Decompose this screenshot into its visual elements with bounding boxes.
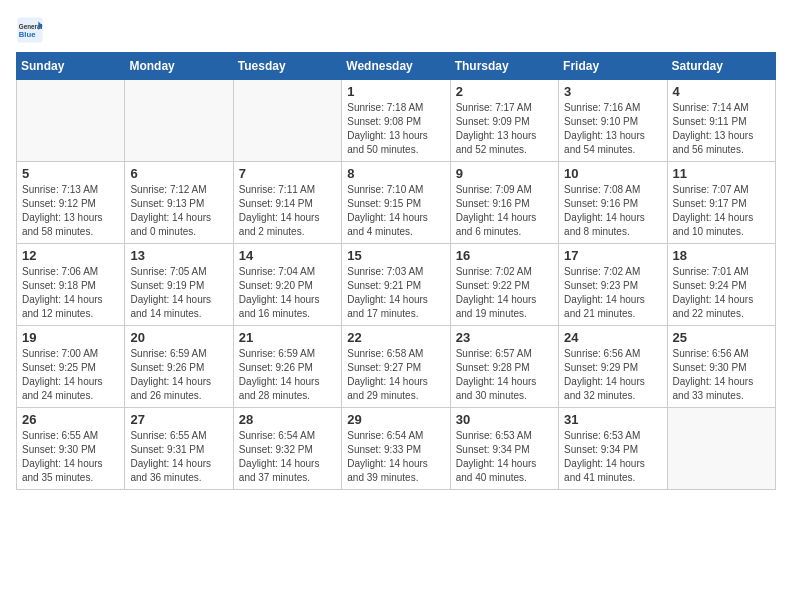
calendar-cell [667,408,775,490]
calendar-cell: 20Sunrise: 6:59 AMSunset: 9:26 PMDayligh… [125,326,233,408]
calendar-cell: 9Sunrise: 7:09 AMSunset: 9:16 PMDaylight… [450,162,558,244]
calendar-week-3: 12Sunrise: 7:06 AMSunset: 9:18 PMDayligh… [17,244,776,326]
calendar-cell [17,80,125,162]
calendar-cell: 4Sunrise: 7:14 AMSunset: 9:11 PMDaylight… [667,80,775,162]
day-info: Sunrise: 7:18 AMSunset: 9:08 PMDaylight:… [347,101,444,157]
day-info: Sunrise: 7:02 AMSunset: 9:22 PMDaylight:… [456,265,553,321]
calendar-cell: 7Sunrise: 7:11 AMSunset: 9:14 PMDaylight… [233,162,341,244]
day-info: Sunrise: 7:01 AMSunset: 9:24 PMDaylight:… [673,265,770,321]
day-info: Sunrise: 6:56 AMSunset: 9:29 PMDaylight:… [564,347,661,403]
day-header-wednesday: Wednesday [342,53,450,80]
calendar-cell: 28Sunrise: 6:54 AMSunset: 9:32 PMDayligh… [233,408,341,490]
day-number: 13 [130,248,227,263]
calendar-cell: 8Sunrise: 7:10 AMSunset: 9:15 PMDaylight… [342,162,450,244]
calendar-cell: 23Sunrise: 6:57 AMSunset: 9:28 PMDayligh… [450,326,558,408]
day-header-tuesday: Tuesday [233,53,341,80]
calendar-cell: 18Sunrise: 7:01 AMSunset: 9:24 PMDayligh… [667,244,775,326]
calendar-cell: 21Sunrise: 6:59 AMSunset: 9:26 PMDayligh… [233,326,341,408]
logo-icon: General Blue [16,16,44,44]
day-number: 29 [347,412,444,427]
calendar-cell: 15Sunrise: 7:03 AMSunset: 9:21 PMDayligh… [342,244,450,326]
day-number: 16 [456,248,553,263]
day-number: 15 [347,248,444,263]
calendar-cell: 16Sunrise: 7:02 AMSunset: 9:22 PMDayligh… [450,244,558,326]
day-header-thursday: Thursday [450,53,558,80]
calendar-cell [125,80,233,162]
day-number: 12 [22,248,119,263]
day-info: Sunrise: 7:00 AMSunset: 9:25 PMDaylight:… [22,347,119,403]
day-info: Sunrise: 7:02 AMSunset: 9:23 PMDaylight:… [564,265,661,321]
day-info: Sunrise: 7:17 AMSunset: 9:09 PMDaylight:… [456,101,553,157]
day-number: 8 [347,166,444,181]
day-number: 22 [347,330,444,345]
day-info: Sunrise: 6:55 AMSunset: 9:31 PMDaylight:… [130,429,227,485]
day-info: Sunrise: 7:08 AMSunset: 9:16 PMDaylight:… [564,183,661,239]
calendar-cell: 10Sunrise: 7:08 AMSunset: 9:16 PMDayligh… [559,162,667,244]
day-header-friday: Friday [559,53,667,80]
day-number: 14 [239,248,336,263]
day-number: 19 [22,330,119,345]
calendar-cell: 26Sunrise: 6:55 AMSunset: 9:30 PMDayligh… [17,408,125,490]
calendar-cell: 29Sunrise: 6:54 AMSunset: 9:33 PMDayligh… [342,408,450,490]
calendar-cell: 5Sunrise: 7:13 AMSunset: 9:12 PMDaylight… [17,162,125,244]
day-info: Sunrise: 7:13 AMSunset: 9:12 PMDaylight:… [22,183,119,239]
calendar-cell: 31Sunrise: 6:53 AMSunset: 9:34 PMDayligh… [559,408,667,490]
day-info: Sunrise: 7:10 AMSunset: 9:15 PMDaylight:… [347,183,444,239]
calendar-week-1: 1Sunrise: 7:18 AMSunset: 9:08 PMDaylight… [17,80,776,162]
day-header-monday: Monday [125,53,233,80]
day-number: 24 [564,330,661,345]
day-number: 1 [347,84,444,99]
day-info: Sunrise: 6:59 AMSunset: 9:26 PMDaylight:… [130,347,227,403]
day-info: Sunrise: 6:56 AMSunset: 9:30 PMDaylight:… [673,347,770,403]
day-number: 11 [673,166,770,181]
calendar-week-4: 19Sunrise: 7:00 AMSunset: 9:25 PMDayligh… [17,326,776,408]
day-info: Sunrise: 7:05 AMSunset: 9:19 PMDaylight:… [130,265,227,321]
day-number: 6 [130,166,227,181]
day-number: 3 [564,84,661,99]
calendar: SundayMondayTuesdayWednesdayThursdayFrid… [16,52,776,490]
day-number: 5 [22,166,119,181]
calendar-cell: 22Sunrise: 6:58 AMSunset: 9:27 PMDayligh… [342,326,450,408]
calendar-week-5: 26Sunrise: 6:55 AMSunset: 9:30 PMDayligh… [17,408,776,490]
day-number: 25 [673,330,770,345]
day-number: 10 [564,166,661,181]
day-info: Sunrise: 7:12 AMSunset: 9:13 PMDaylight:… [130,183,227,239]
day-info: Sunrise: 6:54 AMSunset: 9:33 PMDaylight:… [347,429,444,485]
day-number: 18 [673,248,770,263]
day-number: 2 [456,84,553,99]
day-info: Sunrise: 6:55 AMSunset: 9:30 PMDaylight:… [22,429,119,485]
day-number: 27 [130,412,227,427]
calendar-cell: 25Sunrise: 6:56 AMSunset: 9:30 PMDayligh… [667,326,775,408]
day-info: Sunrise: 7:06 AMSunset: 9:18 PMDaylight:… [22,265,119,321]
calendar-cell: 24Sunrise: 6:56 AMSunset: 9:29 PMDayligh… [559,326,667,408]
calendar-cell: 14Sunrise: 7:04 AMSunset: 9:20 PMDayligh… [233,244,341,326]
page-header: General Blue [16,16,776,44]
calendar-cell: 1Sunrise: 7:18 AMSunset: 9:08 PMDaylight… [342,80,450,162]
day-number: 28 [239,412,336,427]
calendar-cell: 6Sunrise: 7:12 AMSunset: 9:13 PMDaylight… [125,162,233,244]
calendar-cell: 27Sunrise: 6:55 AMSunset: 9:31 PMDayligh… [125,408,233,490]
day-info: Sunrise: 6:53 AMSunset: 9:34 PMDaylight:… [564,429,661,485]
day-number: 26 [22,412,119,427]
calendar-cell: 2Sunrise: 7:17 AMSunset: 9:09 PMDaylight… [450,80,558,162]
day-number: 4 [673,84,770,99]
day-info: Sunrise: 7:07 AMSunset: 9:17 PMDaylight:… [673,183,770,239]
calendar-cell [233,80,341,162]
calendar-cell: 13Sunrise: 7:05 AMSunset: 9:19 PMDayligh… [125,244,233,326]
day-info: Sunrise: 6:58 AMSunset: 9:27 PMDaylight:… [347,347,444,403]
day-info: Sunrise: 7:03 AMSunset: 9:21 PMDaylight:… [347,265,444,321]
day-number: 23 [456,330,553,345]
calendar-header-row: SundayMondayTuesdayWednesdayThursdayFrid… [17,53,776,80]
day-info: Sunrise: 6:57 AMSunset: 9:28 PMDaylight:… [456,347,553,403]
day-info: Sunrise: 7:11 AMSunset: 9:14 PMDaylight:… [239,183,336,239]
day-number: 17 [564,248,661,263]
day-number: 30 [456,412,553,427]
calendar-week-2: 5Sunrise: 7:13 AMSunset: 9:12 PMDaylight… [17,162,776,244]
day-info: Sunrise: 6:59 AMSunset: 9:26 PMDaylight:… [239,347,336,403]
calendar-cell: 17Sunrise: 7:02 AMSunset: 9:23 PMDayligh… [559,244,667,326]
calendar-cell: 19Sunrise: 7:00 AMSunset: 9:25 PMDayligh… [17,326,125,408]
day-number: 31 [564,412,661,427]
day-info: Sunrise: 7:16 AMSunset: 9:10 PMDaylight:… [564,101,661,157]
day-number: 9 [456,166,553,181]
calendar-cell: 12Sunrise: 7:06 AMSunset: 9:18 PMDayligh… [17,244,125,326]
